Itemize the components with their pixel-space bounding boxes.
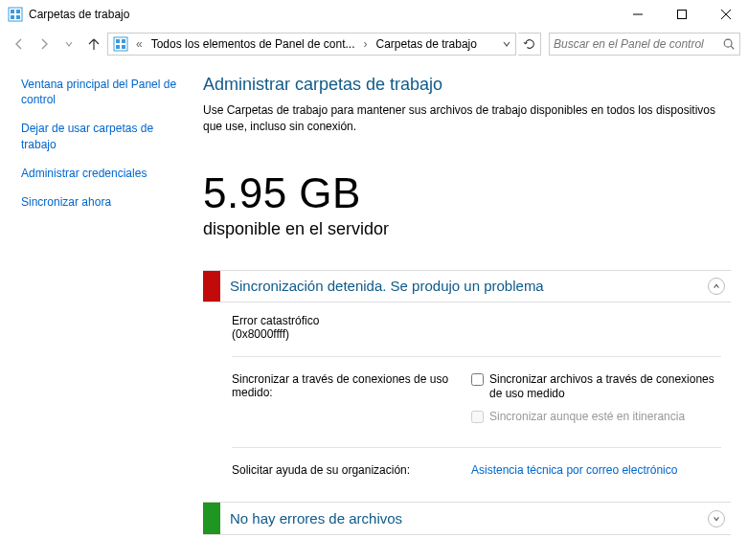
page-desc: Use Carpetas de trabajo para mantener su… [203, 102, 731, 135]
sync-problem-title: Sincronización detenida. Se produjo un p… [220, 278, 708, 294]
window-title: Carpetas de trabajo [29, 8, 129, 21]
email-support-link[interactable]: Asistencia técnica por correo electrónic… [471, 463, 677, 477]
svg-rect-4 [16, 15, 20, 19]
sidebar-link-sync-now[interactable]: Sincronizar ahora [21, 194, 180, 210]
available-label: disponible en el servidor [203, 219, 731, 239]
roaming-sync-label: Sincronizar aunque esté en itinerancia [489, 410, 685, 425]
error-code: (0x8000ffff) [232, 327, 721, 341]
breadcrumb-current[interactable]: Carpetas de trabajo [373, 35, 481, 53]
svg-rect-3 [11, 15, 14, 19]
breadcrumb-prefix-icon: « [134, 37, 145, 51]
minimize-button[interactable] [616, 0, 660, 29]
sync-problem-panel-header[interactable]: Sincronización detenida. Se produjo un p… [203, 270, 731, 302]
metered-sync-label: Sincronizar archivos a través de conexio… [489, 372, 721, 402]
sidebar-link-stop[interactable]: Dejar de usar carpetas de trabajo [21, 121, 180, 151]
svg-rect-6 [678, 11, 687, 19]
close-button[interactable] [704, 0, 748, 29]
svg-point-14 [724, 39, 732, 47]
app-icon [8, 7, 23, 22]
sidebar: Ventana principal del Panel de control D… [0, 59, 192, 560]
svg-line-15 [731, 46, 734, 49]
address-bar[interactable]: « Todos los elementos de Panel de cont..… [107, 33, 516, 56]
recent-dropdown[interactable] [57, 33, 80, 56]
svg-rect-13 [122, 45, 125, 49]
status-stripe-ok [203, 503, 220, 534]
help-label: Solicitar ayuda de su organización: [232, 463, 452, 477]
refresh-button[interactable] [518, 33, 541, 56]
svg-rect-12 [116, 45, 120, 49]
svg-rect-2 [16, 10, 20, 13]
file-errors-title: No hay errores de archivos [220, 510, 708, 526]
maximize-button[interactable] [660, 0, 704, 29]
error-title: Error catastrófico [232, 314, 721, 327]
titlebar: Carpetas de trabajo [0, 0, 748, 29]
sidebar-link-main[interactable]: Ventana principal del Panel de control [21, 77, 180, 107]
sidebar-link-credentials[interactable]: Administrar credenciales [21, 166, 180, 181]
forward-button[interactable] [33, 33, 56, 56]
search-box[interactable] [549, 33, 740, 56]
svg-rect-1 [11, 10, 14, 13]
svg-rect-11 [122, 39, 125, 43]
main-panel: Administrar carpetas de trabajo Use Carp… [192, 59, 748, 560]
expand-icon[interactable] [708, 510, 725, 527]
nav-row: « Todos los elementos de Panel de cont..… [0, 29, 748, 59]
status-stripe-error [203, 271, 220, 302]
control-panel-icon [113, 36, 128, 52]
metered-sync-checkbox[interactable] [471, 373, 484, 386]
back-button[interactable] [8, 33, 31, 56]
page-title: Administrar carpetas de trabajo [203, 75, 731, 95]
metered-label: Sincronizar a través de conexiones de us… [232, 372, 452, 433]
available-value: 5.95 GB [203, 169, 731, 217]
search-icon[interactable] [722, 37, 736, 51]
collapse-icon[interactable] [708, 278, 725, 295]
address-dropdown[interactable] [500, 39, 513, 49]
sync-problem-panel-body: Error catastrófico (0x8000ffff) Sincroni… [203, 302, 731, 504]
chevron-right-icon: › [362, 37, 370, 51]
breadcrumb-root[interactable]: Todos los elementos de Panel de cont... [147, 35, 359, 53]
file-errors-panel-header[interactable]: No hay errores de archivos [203, 503, 731, 535]
roaming-sync-checkbox [471, 411, 484, 423]
up-button[interactable] [82, 33, 105, 56]
svg-rect-10 [116, 39, 120, 43]
search-input[interactable] [554, 37, 722, 51]
